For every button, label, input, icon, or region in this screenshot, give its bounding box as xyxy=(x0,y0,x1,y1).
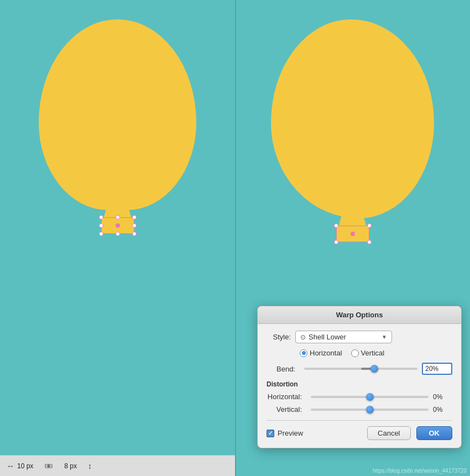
h-dist-slider[interactable] xyxy=(311,396,429,398)
handle-tl xyxy=(99,215,103,219)
bend-value-input[interactable]: 20% xyxy=(422,363,452,375)
horizontal-dist-value: 0% xyxy=(433,393,452,401)
preview-checkbox[interactable]: ✓ xyxy=(267,430,274,437)
preview-checkbox-row[interactable]: ✓ Preview xyxy=(267,429,303,437)
style-dropdown-icon: ⊙ xyxy=(300,333,306,341)
right-balloon-bottom xyxy=(336,216,369,242)
orientation-row: Horizontal Vertical xyxy=(300,349,452,357)
handle-ml xyxy=(99,223,103,228)
handle-tm xyxy=(116,215,120,219)
dialog-divider xyxy=(267,420,452,421)
horizontal-radio[interactable]: Horizontal xyxy=(300,349,342,357)
right-balloon-body xyxy=(271,19,434,218)
style-label: Style: xyxy=(267,333,295,341)
watermark: https://blog.csdn.net/weixin_44173720 xyxy=(373,468,467,474)
chevron-down-icon: ▼ xyxy=(382,334,387,340)
style-dropdown-value: Shell Lower xyxy=(309,333,346,341)
height-icon: ↕ xyxy=(88,462,92,470)
handle-tr xyxy=(132,215,137,219)
bend-slider-thumb[interactable] xyxy=(370,365,378,373)
height-item: 8 px xyxy=(64,462,77,470)
bend-label: Bend: xyxy=(267,365,300,373)
distortion-header: Distortion xyxy=(267,380,452,388)
vertical-dist-row: Vertical: 0% xyxy=(267,405,452,414)
ok-button[interactable]: OK xyxy=(416,426,453,440)
horizontal-dist-label: Horizontal: xyxy=(267,393,306,401)
horizontal-label: Horizontal xyxy=(310,349,342,357)
right-handle-center xyxy=(351,232,355,236)
preview-label: Preview xyxy=(278,429,303,437)
style-row: Style: ⊙ Shell Lower ▼ xyxy=(267,331,452,343)
link-icon xyxy=(44,462,53,470)
dialog-title-bar: Warp Options xyxy=(258,306,461,324)
warp-options-dialog: Warp Options Style: ⊙ Shell Lower ▼ xyxy=(257,306,462,448)
cancel-button[interactable]: Cancel xyxy=(367,426,410,440)
h-dist-thumb[interactable] xyxy=(366,393,374,401)
handle-bl xyxy=(99,232,103,236)
height-value: 8 px xyxy=(64,462,77,470)
right-balloon-container xyxy=(271,19,434,242)
vertical-radio[interactable]: Vertical xyxy=(351,349,385,357)
right-trapezoid xyxy=(339,216,367,226)
vertical-radio-button xyxy=(351,349,359,357)
dialog-buttons: Cancel OK xyxy=(367,426,452,440)
style-dropdown[interactable]: ⊙ Shell Lower ▼ xyxy=(295,331,392,343)
left-balloon-container xyxy=(39,19,196,234)
left-balloon-bottom xyxy=(101,208,134,234)
width-value: 10 px xyxy=(17,462,33,470)
width-icon: ↔ xyxy=(7,462,14,470)
right-panel: Warp Options Style: ⊙ Shell Lower ▼ xyxy=(235,0,470,476)
left-status-bar: ↔ 10 px 8 px ↕ xyxy=(0,455,235,476)
right-handle-br xyxy=(367,240,372,244)
panel-divider xyxy=(235,0,236,476)
link-icon-container xyxy=(44,462,53,470)
handle-center xyxy=(116,223,120,228)
vertical-label: Vertical xyxy=(361,349,385,357)
bend-row: Bend: 20% xyxy=(267,363,452,375)
left-panel: ↔ 10 px 8 px ↕ xyxy=(0,0,235,476)
bend-slider[interactable] xyxy=(304,368,417,370)
left-knot-box[interactable] xyxy=(101,217,134,234)
handle-mr xyxy=(132,223,137,228)
v-dist-thumb[interactable] xyxy=(366,406,374,414)
horizontal-radio-button xyxy=(300,349,307,357)
bend-value: 20% xyxy=(425,365,438,373)
dialog-footer: ✓ Preview Cancel OK xyxy=(267,426,452,440)
vertical-dist-label: Vertical: xyxy=(267,405,306,414)
horizontal-dist-row: Horizontal: 0% xyxy=(267,393,452,401)
handle-bm xyxy=(116,232,120,236)
right-handle-tl xyxy=(334,223,338,228)
handle-br xyxy=(132,232,137,236)
v-dist-slider[interactable] xyxy=(311,409,429,411)
dialog-title: Warp Options xyxy=(336,311,383,319)
width-item: ↔ 10 px xyxy=(7,462,33,470)
vertical-dist-value: 0% xyxy=(433,406,452,414)
dialog-body: Style: ⊙ Shell Lower ▼ xyxy=(258,324,461,448)
height-icon-container: ↕ xyxy=(88,462,92,470)
right-knot-box[interactable] xyxy=(336,226,369,242)
right-handle-bl xyxy=(334,240,338,244)
right-handle-tr xyxy=(367,223,372,228)
left-balloon-body xyxy=(39,19,196,210)
